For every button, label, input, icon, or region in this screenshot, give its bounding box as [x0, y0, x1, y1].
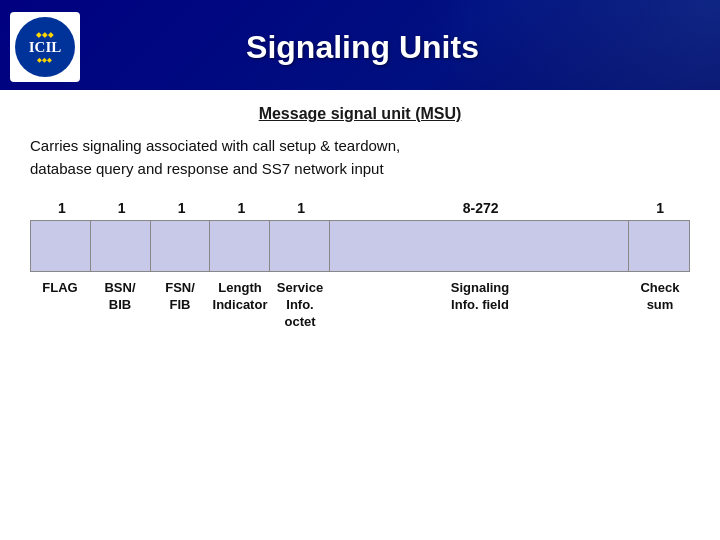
body-wrapper: Message signal unit (MSU) Carries signal…	[0, 90, 720, 540]
label-service-line1: ServiceInfo. octet	[277, 280, 323, 329]
frame-row	[30, 220, 690, 272]
frame-cell-signaling	[330, 221, 629, 271]
frame-cell-flag	[31, 221, 91, 271]
frame-cell-check	[629, 221, 689, 271]
frame-cell-bsn	[91, 221, 151, 271]
body-content: Message signal unit (MSU) Carries signal…	[0, 90, 720, 540]
logo-bottom-text: ◆◆◆	[29, 56, 62, 63]
subtitle: Message signal unit (MSU)	[30, 105, 690, 123]
label-row: FLAG BSN/BIB FSN/FIB LengthIndicator Ser…	[30, 280, 690, 331]
header: ◆◆◆ ICIL ◆◆◆ Signaling Units	[0, 0, 720, 90]
bit-row: 1 1 1 1 1 8-272 1	[30, 200, 690, 216]
bit-2: 1	[92, 200, 152, 216]
bit-3: 1	[152, 200, 212, 216]
label-signaling-line1: SignalingInfo. field	[451, 280, 510, 312]
label-bsn: BSN/BIB	[90, 280, 150, 314]
label-signaling: SignalingInfo. field	[330, 280, 630, 314]
bit-4: 1	[211, 200, 271, 216]
bit-1: 1	[32, 200, 92, 216]
label-li-line1: LengthIndicator	[213, 280, 268, 312]
frame-cell-li	[210, 221, 270, 271]
bit-6: 8-272	[331, 200, 630, 216]
label-li: LengthIndicator	[210, 280, 270, 314]
label-fsn-line1: FSN/FIB	[165, 280, 195, 312]
bit-7: 1	[630, 200, 690, 216]
description-line1: Carries signaling associated with call s…	[30, 137, 400, 154]
logo-circle: ◆◆◆ ICIL ◆◆◆	[15, 17, 75, 77]
label-check: Checksum	[630, 280, 690, 314]
frame-cell-fsn	[151, 221, 211, 271]
label-service: ServiceInfo. octet	[270, 280, 330, 331]
description-line2: database query and response and SS7 netw…	[30, 160, 384, 177]
label-fsn: FSN/FIB	[150, 280, 210, 314]
main-content: ◆◆◆ ICIL ◆◆◆ Signaling Units Message sig…	[0, 0, 720, 540]
description: Carries signaling associated with call s…	[30, 135, 690, 180]
label-flag-line1: FLAG	[42, 280, 77, 295]
bit-5: 1	[271, 200, 331, 216]
logo-main-text: ICIL	[29, 39, 62, 56]
logo-box: ◆◆◆ ICIL ◆◆◆	[10, 12, 80, 82]
page-title: Signaling Units	[95, 29, 700, 66]
label-flag: FLAG	[30, 280, 90, 297]
logo-top-text: ◆◆◆	[36, 31, 54, 38]
frame-cell-service	[270, 221, 330, 271]
label-bsn-line1: BSN/BIB	[104, 280, 135, 312]
label-check-line1: Checksum	[640, 280, 679, 312]
